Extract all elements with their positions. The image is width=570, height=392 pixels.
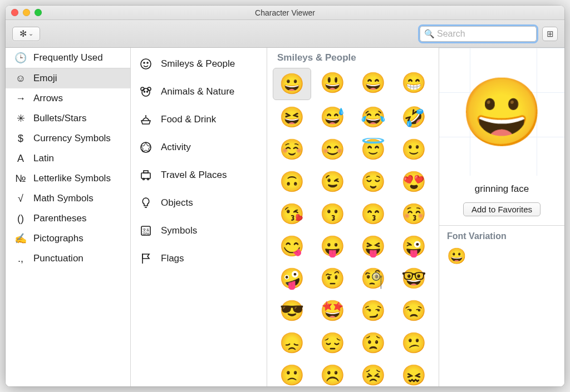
- emoji-cell[interactable]: 😒: [394, 295, 434, 327]
- emoji-cell[interactable]: 😍: [394, 166, 434, 198]
- sidebar-item-icon: ✳: [14, 112, 27, 125]
- sidebar-item-icon: ☺: [14, 73, 27, 85]
- search-input[interactable]: [420, 26, 537, 42]
- compact-view-button[interactable]: ⊞: [542, 27, 558, 41]
- category-item-travel[interactable]: Travel & Places: [131, 161, 267, 189]
- search-wrap: 🔍: [420, 26, 537, 42]
- window-title: Character Viewer: [255, 8, 315, 17]
- emoji-cell[interactable]: 😃: [312, 67, 353, 99]
- close-button[interactable]: [11, 9, 18, 16]
- emoji-cell[interactable]: 😊: [312, 133, 353, 166]
- emoji-cell[interactable]: 😙: [353, 198, 394, 230]
- category-item-animals[interactable]: Animals & Nature: [131, 78, 267, 106]
- maximize-button[interactable]: [35, 9, 42, 16]
- svg-point-6: [144, 91, 145, 92]
- category-item-objects[interactable]: Objects: [131, 189, 267, 217]
- emoji-cell[interactable]: 😚: [394, 198, 434, 230]
- category-item-smileys[interactable]: Smileys & People: [131, 50, 267, 78]
- sidebar-item-emoji[interactable]: ☺Emoji: [6, 68, 130, 88]
- sidebar-item-icon: (): [14, 213, 27, 225]
- emoji-grid-wrap: Smileys & People 😀😃😄😁😆😅😂🤣☺️😊😇🙂🙃😉😌😍😘😗😙😚😋😛…: [267, 48, 439, 386]
- font-variation-emoji[interactable]: 😀: [439, 245, 564, 267]
- emoji-cell[interactable]: 😖: [394, 359, 434, 386]
- category-item-label: Objects: [161, 197, 193, 209]
- emoji-cell[interactable]: 😔: [312, 327, 353, 359]
- emoji-cell[interactable]: 😂: [353, 101, 394, 133]
- emoji-cell[interactable]: 😕: [394, 327, 434, 359]
- sidebar-item-pictographs[interactable]: ✍Pictographs: [6, 229, 130, 249]
- sidebar-item-latin[interactable]: ALatin: [6, 148, 130, 168]
- category-item-label: Flags: [161, 253, 184, 264]
- emoji-cell[interactable]: 😎: [272, 295, 312, 327]
- emoji-cell[interactable]: 🤨: [312, 262, 353, 295]
- emoji-cell[interactable]: 😉: [312, 166, 353, 198]
- objects-icon: [139, 196, 153, 210]
- category-item-label: Food & Drink: [161, 114, 216, 125]
- emoji-cell[interactable]: 🙃: [272, 166, 312, 198]
- titlebar: Character Viewer: [6, 6, 564, 20]
- add-to-favorites-button[interactable]: Add to Favorites: [463, 202, 540, 216]
- emoji-cell[interactable]: 😟: [353, 327, 394, 359]
- gear-icon: ✻: [19, 29, 27, 38]
- smileys-icon: [139, 57, 153, 71]
- emoji-cell[interactable]: 🤣: [394, 101, 434, 133]
- category-item-flags[interactable]: Flags: [131, 245, 267, 272]
- emoji-cell[interactable]: ☹️: [312, 359, 353, 386]
- sidebar-item-bullets-stars[interactable]: ✳Bullets/Stars: [6, 108, 130, 128]
- character-name: grinning face: [439, 183, 564, 195]
- flags-icon: [139, 251, 153, 266]
- minimize-button[interactable]: [23, 9, 30, 16]
- emoji-cell[interactable]: 😁: [394, 67, 434, 99]
- sidebar-item-parentheses[interactable]: ()Parentheses: [6, 209, 130, 229]
- emoji-cell[interactable]: 😝: [353, 230, 394, 262]
- sidebar-item-currency-symbols[interactable]: $Currency Symbols: [6, 128, 130, 148]
- category-item-symbols[interactable]: ⽂&☮%Symbols: [131, 217, 267, 245]
- sidebar-item-label: Frequently Used: [33, 52, 103, 63]
- emoji-cell[interactable]: 😆: [272, 101, 312, 133]
- svg-text:⽂&: ⽂&: [142, 228, 149, 232]
- emoji-cell[interactable]: 😌: [353, 166, 394, 198]
- activity-icon: [139, 140, 153, 155]
- category-item-activity[interactable]: Activity: [131, 133, 267, 161]
- content: 🕒Frequently Used☺Emoji→Arrows✳Bullets/St…: [6, 48, 564, 386]
- category-item-label: Activity: [161, 142, 191, 153]
- svg-point-3: [142, 88, 150, 96]
- animals-icon: [139, 85, 153, 99]
- svg-point-13: [148, 178, 149, 180]
- emoji-cell[interactable]: 😞: [272, 327, 312, 359]
- emoji-cell[interactable]: 😋: [272, 230, 312, 262]
- emoji-cell[interactable]: ☺️: [272, 133, 312, 166]
- category-item-food[interactable]: Food & Drink: [131, 106, 267, 133]
- sidebar-item-math-symbols[interactable]: √Math Symbols: [6, 188, 130, 209]
- emoji-cell[interactable]: 😅: [312, 101, 353, 133]
- emoji-cell[interactable]: 😣: [353, 359, 394, 386]
- svg-point-7: [147, 91, 148, 92]
- sidebar-item-frequently-used[interactable]: 🕒Frequently Used: [6, 48, 130, 68]
- emoji-cell[interactable]: 🙁: [272, 359, 312, 386]
- sidebar-item-icon: A: [14, 153, 27, 165]
- emoji-cell[interactable]: 😗: [312, 198, 353, 230]
- emoji-cell[interactable]: 🤪: [272, 262, 312, 295]
- search-icon: 🔍: [424, 29, 435, 39]
- emoji-cell[interactable]: 😀: [273, 68, 311, 100]
- emoji-cell[interactable]: 🧐: [353, 262, 394, 295]
- emoji-cell[interactable]: 😛: [312, 230, 353, 262]
- emoji-cell[interactable]: 🤓: [394, 262, 434, 295]
- sidebar-item-punctuation[interactable]: .,Punctuation: [6, 249, 130, 269]
- emoji-cell[interactable]: 😇: [353, 133, 394, 166]
- emoji-cell[interactable]: 😄: [353, 67, 394, 99]
- gear-dropdown[interactable]: ✻ ⌄: [12, 27, 40, 41]
- sidebar-item-label: Math Symbols: [33, 193, 94, 204]
- sidebar-item-label: Parentheses: [33, 213, 86, 224]
- symbols-icon: ⽂&☮%: [139, 224, 153, 238]
- emoji-cell[interactable]: 😏: [353, 295, 394, 327]
- category-item-label: Smileys & People: [161, 58, 235, 70]
- emoji-cell[interactable]: 😘: [272, 198, 312, 230]
- emoji-grid[interactable]: 😀😃😄😁😆😅😂🤣☺️😊😇🙂🙃😉😌😍😘😗😙😚😋😛😝😜🤪🤨🧐🤓😎🤩😏😒😞😔😟😕🙁☹️…: [267, 67, 439, 386]
- emoji-cell[interactable]: 😜: [394, 230, 434, 262]
- sidebar-item-arrows[interactable]: →Arrows: [6, 88, 130, 108]
- sidebar-item-letterlike-symbols[interactable]: №Letterlike Symbols: [6, 168, 130, 188]
- svg-rect-10: [141, 173, 150, 178]
- emoji-cell[interactable]: 🙂: [394, 133, 434, 166]
- emoji-cell[interactable]: 🤩: [312, 295, 353, 327]
